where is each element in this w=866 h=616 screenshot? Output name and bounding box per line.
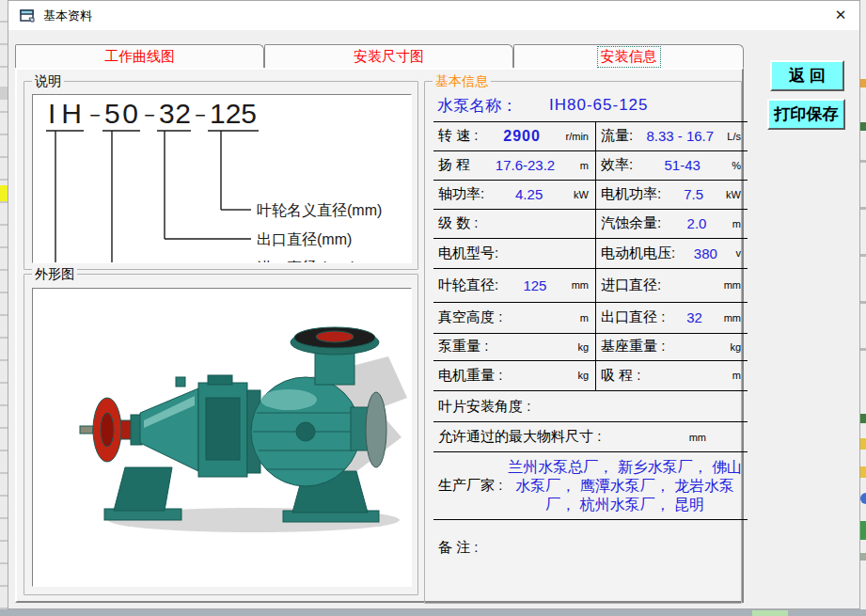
- svg-text:50: 50: [104, 98, 138, 129]
- info-row: 真空高度 :m出口直径 :32mm: [433, 303, 748, 334]
- background-icon-fragment: [860, 521, 866, 540]
- info-cell: 允许通过的最大物料尺寸 :mm: [433, 422, 748, 451]
- info-unit: m: [580, 160, 589, 171]
- tab-working-curve[interactable]: 工作曲线图: [15, 44, 264, 69]
- background-icon-fragment: [860, 348, 866, 351]
- info-label: 流量:: [601, 127, 633, 145]
- pump-name-label: 水泵名称：: [437, 95, 517, 117]
- window-title: 基本资料: [43, 8, 92, 24]
- background-icon-fragment: [860, 79, 866, 87]
- print-save-button[interactable]: 打印保存: [767, 99, 845, 130]
- background-icon-fragment: [860, 553, 866, 561]
- info-cell: 真空高度 :m: [433, 303, 596, 333]
- background-icon-fragment: [860, 160, 866, 163]
- info-label: 出口直径 :: [601, 308, 665, 326]
- background-icon-fragment: [860, 466, 866, 478]
- info-row: 电机重量 :kg吸 程 :m: [433, 361, 748, 392]
- info-cell: 轴功率:4.25kW: [433, 181, 596, 209]
- info-cell: 吸 程 :m: [596, 361, 748, 391]
- info-label: 级 数 :: [438, 214, 479, 232]
- info-value: 380: [675, 245, 735, 261]
- info-label: 吸 程 :: [601, 367, 641, 385]
- info-cell: 转 速 :2900r/min: [433, 122, 596, 150]
- info-row: 泵重量 :kg基座重量 :kg: [433, 334, 748, 361]
- svg-text:125: 125: [210, 98, 257, 129]
- info-row: 生产厂家 :兰州水泵总厂， 新乡水泵厂， 佛山水泵厂， 鹰潭水泵厂， 龙岩水泵厂…: [433, 452, 748, 520]
- info-cell: 电机功率:7.5kW: [596, 181, 748, 209]
- info-row: 级 数 :汽蚀余量:2.0m: [433, 210, 748, 239]
- info-value: 7.5: [661, 186, 726, 202]
- background-icon-fragment: [860, 122, 866, 131]
- info-unit: m: [732, 370, 741, 381]
- info-label: 电动机电压:: [601, 245, 675, 262]
- info-row: 轴功率:4.25kW电机功率:7.5kW: [433, 181, 748, 210]
- info-label: 汽蚀余量:: [601, 214, 661, 232]
- info-cell: 生产厂家 :兰州水泵总厂， 新乡水泵厂， 佛山水泵厂， 鹰潭水泵厂， 龙岩水泵厂…: [433, 452, 748, 519]
- svg-text:叶轮名义直径(mm): 叶轮名义直径(mm): [257, 202, 382, 218]
- info-label: 电机重量 :: [438, 367, 502, 385]
- info-value: 2.0: [661, 215, 732, 231]
- info-unit: kg: [577, 341, 589, 353]
- svg-text:－: －: [190, 103, 211, 126]
- pump-photo: [32, 288, 412, 587]
- info-unit: m: [580, 312, 589, 324]
- background-window-bottom-edge: [0, 609, 866, 616]
- info-cell: 效率:51-43%: [596, 151, 748, 180]
- info-value: 17.6-23.2: [470, 157, 580, 173]
- info-label: 效率:: [601, 156, 633, 174]
- background-icon-fragment: [860, 207, 866, 210]
- info-unit: m: [732, 218, 741, 229]
- info-unit: mm: [724, 312, 741, 324]
- background-bottom-green-fragment: [752, 610, 788, 616]
- background-highlight-row: [0, 185, 8, 201]
- svg-text:32: 32: [159, 98, 191, 129]
- description-group-label: 说明: [32, 73, 64, 88]
- outline-groupbox: 外形图: [24, 274, 418, 595]
- info-label: 轴功率:: [438, 185, 484, 203]
- tab-installation-dimensions[interactable]: 安装尺寸图: [264, 44, 513, 69]
- info-cell: 叶轮直径:125mm: [433, 269, 596, 302]
- background-icon-fragment: [860, 438, 866, 450]
- info-unit: mm: [724, 279, 741, 291]
- info-row: 备 注 :: [433, 520, 748, 601]
- info-value: 4.25: [484, 186, 574, 202]
- info-cell: 汽蚀余量:2.0m: [596, 210, 748, 238]
- info-label: 备 注 :: [438, 539, 479, 557]
- info-label: 叶片安装角度 :: [438, 398, 530, 416]
- info-cell: 级 数 :: [433, 210, 596, 238]
- svg-text:－: －: [139, 103, 160, 126]
- info-value: 32: [665, 309, 723, 325]
- info-unit: mm: [689, 432, 706, 443]
- info-unit: kW: [574, 189, 589, 200]
- info-value: 8.33 - 16.7: [633, 128, 727, 144]
- info-row: 扬 程17.6-23.2m效率:51-43%: [433, 151, 748, 181]
- info-unit: kg: [730, 341, 741, 353]
- info-cell: 流量:8.33 - 16.7L/s: [596, 122, 748, 150]
- info-value: 兰州水泵总厂， 新乡水泵厂， 佛山水泵厂， 鹰潭水泵厂， 龙岩水泵厂， 杭州水泵…: [502, 458, 748, 514]
- form-icon: [20, 9, 35, 23]
- info-cell: 出口直径 :32mm: [596, 303, 748, 333]
- close-button[interactable]: ✕: [829, 5, 852, 25]
- info-cell: 进口直径:mm: [596, 269, 748, 302]
- basic-info-table: 转 速 :2900r/min流量:8.33 - 16.7L/s扬 程17.6-2…: [433, 121, 748, 601]
- info-unit: kg: [577, 370, 589, 381]
- info-label: 叶轮直径:: [438, 276, 498, 294]
- info-unit: L/s: [727, 131, 741, 142]
- info-unit: mm: [572, 279, 589, 291]
- tab-installation-info[interactable]: 安装信息: [513, 44, 744, 69]
- info-value: 125: [498, 277, 572, 293]
- back-button[interactable]: 返 回: [770, 60, 844, 91]
- info-cell: 备 注 :: [433, 520, 748, 557]
- info-value: 2900: [479, 128, 566, 145]
- info-label: 真空高度 :: [438, 308, 502, 326]
- pump-name-value: IH80-65-125: [549, 96, 649, 115]
- info-cell: 扬 程17.6-23.2m: [433, 151, 596, 180]
- info-label: 允许通过的最大物料尺寸 :: [438, 428, 601, 446]
- svg-text:－: －: [85, 103, 105, 126]
- info-label: 基座重量 :: [601, 338, 665, 355]
- background-icon-fragment: [860, 301, 866, 304]
- titlebar[interactable]: 基本资料 ✕: [8, 1, 859, 30]
- svg-text:出口直径(mm): 出口直径(mm): [257, 231, 352, 247]
- info-unit: v: [736, 247, 742, 259]
- info-label: 生产厂家 :: [438, 477, 502, 495]
